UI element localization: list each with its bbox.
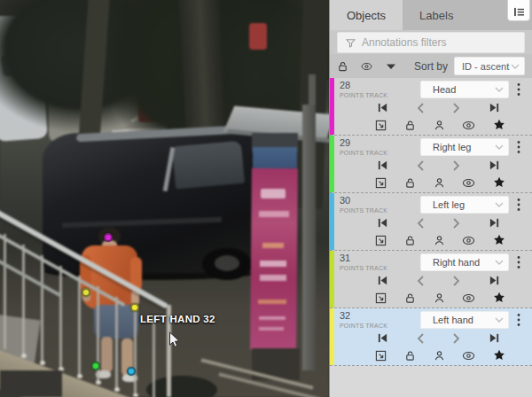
lock-button[interactable] xyxy=(404,235,416,246)
filter-placeholder: Annotations filters xyxy=(362,36,446,49)
previous-keyframe-button[interactable] xyxy=(416,160,425,172)
track-actions-menu-button[interactable] xyxy=(511,196,527,214)
chevron-left-icon xyxy=(416,160,425,172)
collapse-sidebar-button[interactable] xyxy=(507,0,530,21)
next-keyframe-button[interactable] xyxy=(452,332,461,345)
previous-keyframe-button[interactable] xyxy=(416,217,425,230)
chevron-right-icon xyxy=(452,160,461,172)
occluded-button[interactable] xyxy=(434,235,445,246)
right-hand-point[interactable] xyxy=(82,288,90,297)
hide-button[interactable] xyxy=(462,236,475,245)
sort-order-dropdown[interactable]: ID - ascent xyxy=(454,57,525,75)
last-keyframe-button[interactable] xyxy=(489,102,500,113)
chevron-right-icon xyxy=(452,217,461,230)
unlock-icon xyxy=(404,177,416,189)
next-keyframe-button[interactable] xyxy=(452,102,461,114)
switch-outside-button[interactable] xyxy=(375,120,387,131)
track-item-29[interactable]: 29 POINTS TRACK Right leg xyxy=(330,136,532,193)
last-keyframe-button[interactable] xyxy=(489,160,500,171)
lock-all-button[interactable] xyxy=(337,60,348,73)
eye-icon xyxy=(462,236,475,245)
next-keyframe-button[interactable] xyxy=(452,160,461,172)
track-label-dropdown[interactable]: Head xyxy=(420,81,509,98)
previous-keyframe-button[interactable] xyxy=(416,102,425,114)
hide-button[interactable] xyxy=(462,121,475,130)
hide-button[interactable] xyxy=(462,178,475,188)
switch-outside-button[interactable] xyxy=(375,350,387,362)
track-item-32[interactable]: 32 POINTS TRACK Left hand xyxy=(330,308,532,366)
track-type: POINTS TRACK xyxy=(340,323,387,329)
occluded-button[interactable] xyxy=(434,350,445,362)
previous-keyframe-button[interactable] xyxy=(416,275,425,287)
track-label-dropdown[interactable]: Right hand xyxy=(420,253,509,271)
hide-button[interactable] xyxy=(462,351,475,361)
first-keyframe-button[interactable] xyxy=(377,160,388,171)
outside-icon xyxy=(375,350,387,362)
track-label-dropdown[interactable]: Right leg xyxy=(420,138,509,156)
first-keyframe-button[interactable] xyxy=(377,332,388,344)
tab-labels[interactable]: Labels xyxy=(403,0,470,30)
track-id: 31 xyxy=(340,253,387,263)
last-keyframe-button[interactable] xyxy=(489,275,500,286)
hide-all-button[interactable] xyxy=(361,61,372,72)
unlock-icon xyxy=(337,60,348,73)
first-keyframe-button[interactable] xyxy=(377,275,388,286)
occluded-button[interactable] xyxy=(434,177,445,189)
annotation-canvas[interactable]: LEFT HAND 32 xyxy=(0,0,329,397)
track-label-dropdown[interactable]: Left leg xyxy=(420,196,509,214)
track-actions-menu-button[interactable] xyxy=(511,253,527,271)
keyframe-button[interactable] xyxy=(493,119,505,131)
first-keyframe-button[interactable] xyxy=(377,217,388,229)
last-keyframe-button[interactable] xyxy=(489,217,500,229)
track-id: 28 xyxy=(340,81,387,90)
eye-icon xyxy=(462,121,475,130)
occluded-button[interactable] xyxy=(434,120,445,131)
keyframe-button[interactable] xyxy=(493,349,505,362)
next-keyframe-button[interactable] xyxy=(452,217,461,230)
star-icon xyxy=(493,349,505,362)
track-actions-menu-button[interactable] xyxy=(511,138,527,156)
lock-button[interactable] xyxy=(404,120,416,131)
occluded-button[interactable] xyxy=(434,292,445,304)
person-icon xyxy=(434,292,445,304)
chevron-right-icon xyxy=(452,275,461,287)
unlock-icon xyxy=(404,350,416,362)
expand-all-button[interactable] xyxy=(385,63,396,70)
head-point[interactable] xyxy=(104,233,113,242)
first-keyframe-button[interactable] xyxy=(377,102,388,113)
switch-outside-button[interactable] xyxy=(375,235,387,246)
right-foot-point[interactable] xyxy=(91,362,100,370)
switch-outside-button[interactable] xyxy=(375,292,387,304)
kebab-menu-icon xyxy=(517,140,520,154)
left-hand-point[interactable] xyxy=(130,303,139,312)
last-keyframe-button[interactable] xyxy=(489,332,500,344)
chevron-left-icon xyxy=(416,332,425,345)
track-item-31[interactable]: 31 POINTS TRACK Right hand xyxy=(330,251,532,308)
kebab-menu-icon xyxy=(517,82,520,97)
next-keyframe-button[interactable] xyxy=(452,275,461,287)
keyframe-button[interactable] xyxy=(493,234,505,246)
track-item-30[interactable]: 30 POINTS TRACK Left leg xyxy=(330,193,532,251)
track-label-dropdown[interactable]: Left hand xyxy=(420,311,509,329)
annotations-filter-input[interactable]: Annotations filters xyxy=(337,32,525,53)
track-actions-menu-button[interactable] xyxy=(511,81,527,98)
lock-button[interactable] xyxy=(404,350,416,362)
lock-button[interactable] xyxy=(404,177,416,189)
star-icon xyxy=(493,234,505,246)
person-icon xyxy=(434,350,445,362)
track-actions-menu-button[interactable] xyxy=(511,311,527,329)
hide-button[interactable] xyxy=(462,293,475,303)
previous-keyframe-button[interactable] xyxy=(416,332,425,345)
star-icon xyxy=(493,176,505,189)
tab-objects[interactable]: Objects xyxy=(330,0,403,30)
left-foot-point[interactable] xyxy=(127,367,136,376)
first-keyframe-icon xyxy=(377,332,388,344)
outside-icon xyxy=(375,120,387,131)
lock-button[interactable] xyxy=(404,292,416,304)
track-item-28[interactable]: 28 POINTS TRACK Head xyxy=(330,78,532,136)
switch-outside-button[interactable] xyxy=(375,177,387,189)
keyframe-button[interactable] xyxy=(493,176,505,189)
chevron-down-icon xyxy=(495,144,504,150)
keyframe-button[interactable] xyxy=(493,292,505,304)
outside-icon xyxy=(375,235,387,246)
